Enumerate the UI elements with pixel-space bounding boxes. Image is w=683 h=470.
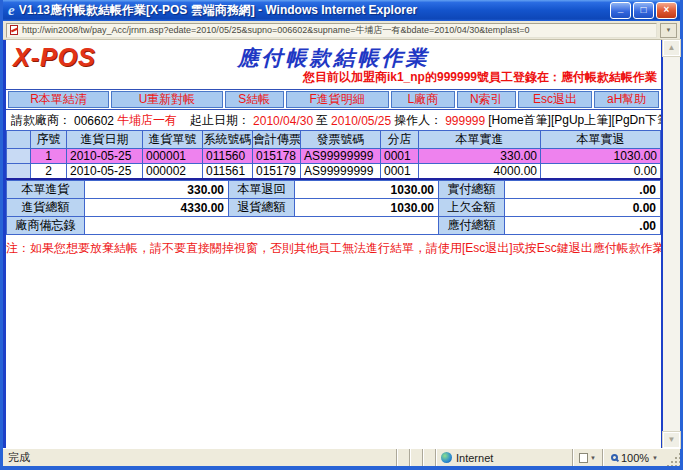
nav-keys-hint: [Home首筆][PgUp上筆][PgDn下筆] [End尾筆] (488, 112, 663, 129)
payable-total-label: 應付總額 (439, 217, 505, 235)
browser-window: e V1.13應付帳款結帳作業[X-POS 雲端商務網] - Windows I… (0, 0, 683, 470)
col-return: 本單實退 (541, 131, 661, 149)
bill-return-value: 1030.00 (295, 181, 439, 199)
warning-note: 注：如果您想要放棄結帳，請不要直接關掉視窗，否則其他員工無法進行結單，請使用[E… (6, 240, 661, 257)
invoice-table: 序號 進貨日期 進貨單號 系統號碼 會計傳票 發票號碼 分店 本單實進 本單實退… (6, 130, 661, 180)
cell-invoice: AS99999999 (301, 149, 381, 164)
status-pane (422, 449, 435, 466)
status-pane (409, 449, 422, 466)
supplier-memo-label: 廠商備忘錄 (7, 217, 85, 235)
cell-date: 2010-05-25 (67, 164, 143, 180)
resize-grip[interactable] (666, 452, 680, 466)
settle-current-button[interactable]: R本單結清 (8, 91, 109, 108)
paid-total-value: .00 (505, 181, 661, 199)
col-order-no: 進貨單號 (143, 131, 203, 149)
title-bar: e V1.13應付帳款結帳作業[X-POS 雲端商務網] - Windows I… (3, 0, 680, 21)
col-date: 進貨日期 (67, 131, 143, 149)
page-content: X-POS 應付帳款結帳作業 您目前以加盟商ik1_np的999999號員工登錄… (3, 40, 663, 448)
address-bar: http://win2008/tw/pay_Acc/jrnm.asp?edate… (3, 21, 680, 40)
purchase-total-label: 進貨總額 (7, 199, 85, 217)
supplier-name: 牛埔店一有 (117, 112, 177, 129)
cell-voucher: 015179 (253, 164, 301, 180)
cell-branch: 0001 (381, 164, 419, 180)
cell-date: 2010-05-25 (67, 149, 143, 164)
zoom-control[interactable]: 100% ▼ (602, 449, 666, 466)
cell-sys-no: 011560 (203, 149, 253, 164)
row-selector-cell[interactable] (7, 164, 31, 180)
esc-exit-button[interactable]: Esc退出 (518, 91, 593, 108)
date-joiner: 至 (316, 112, 328, 129)
help-button[interactable]: aH幫助 (594, 91, 659, 108)
settle-button[interactable]: S結帳 (225, 91, 284, 108)
cell-order-no: 000002 (143, 164, 203, 180)
operator-label: 操作人： (394, 112, 442, 129)
page-title: 應付帳款結帳作業 (6, 42, 661, 72)
xpos-logo: X-POS (13, 43, 96, 72)
return-total-label: 退貨總額 (229, 199, 295, 217)
purchase-total-value: 4330.00 (85, 199, 229, 217)
address-field[interactable]: http://win2008/tw/pay_Acc/jrnm.asp?edate… (6, 23, 657, 38)
date-range-label: 起止日期： (190, 112, 250, 129)
zone-label: Internet (456, 452, 493, 464)
cell-branch: 0001 (381, 149, 419, 164)
cell-purchase: 330.00 (419, 149, 541, 164)
internet-zone-icon (441, 452, 452, 463)
close-button[interactable]: × (656, 2, 677, 19)
supplier-memo-value (85, 217, 439, 235)
col-seq: 序號 (31, 131, 67, 149)
bill-purchase-label: 本單進貨 (7, 181, 85, 199)
row-selector-cell[interactable] (7, 149, 31, 164)
scroll-down-icon[interactable]: ▼ (663, 432, 680, 448)
cell-voucher: 015178 (253, 149, 301, 164)
col-purchase: 本單實進 (419, 131, 541, 149)
security-zone: Internet (435, 449, 572, 466)
supplier-number: 006602 (74, 114, 114, 128)
table-row[interactable]: 2 2010-05-25 000002 011561 015179 AS9999… (7, 164, 661, 180)
paid-total-label: 實付總額 (439, 181, 505, 199)
index-button[interactable]: N索引 (457, 91, 516, 108)
purchase-detail-button[interactable]: F進貨明細 (286, 91, 389, 108)
prev-balance-label: 上欠金額 (439, 199, 505, 217)
address-url: http://win2008/tw/pay_Acc/jrnm.asp?edate… (22, 24, 530, 37)
status-bar: 完成 Internet ▼ 100% ▼ (3, 448, 680, 466)
magnifier-icon (611, 454, 618, 461)
return-total-value: 1030.00 (295, 199, 439, 217)
login-notice: 您目前以加盟商ik1_np的999999號員工登錄在：應付帳款結帳作業 (6, 70, 661, 85)
supplier-button[interactable]: L廠商 (391, 91, 456, 108)
cell-return: 1030.00 (541, 149, 661, 164)
date-to: 2010/05/25 (331, 114, 391, 128)
ie-logo-icon: e (8, 2, 15, 19)
col-sys-no: 系統號碼 (203, 131, 253, 149)
cell-purchase: 4000.00 (419, 164, 541, 180)
cell-order-no: 000001 (143, 149, 203, 164)
bill-purchase-value: 330.00 (85, 181, 229, 199)
bill-return-label: 本單退回 (229, 181, 295, 199)
cell-seq: 1 (31, 149, 67, 164)
recheck-button[interactable]: U重新對帳 (111, 91, 223, 108)
summary-row: 進貨總額 4330.00 退貨總額 1030.00 上欠金額 0.00 (7, 199, 661, 217)
cell-return: 0.00 (541, 164, 661, 180)
prev-balance-value: 0.00 (505, 199, 661, 217)
vertical-scrollbar[interactable]: ▲ ▼ (663, 40, 680, 448)
cell-sys-no: 011561 (203, 164, 253, 180)
table-row[interactable]: 1 2010-05-25 000001 011560 015178 AS9999… (7, 149, 661, 164)
minimize-button[interactable]: _ (610, 2, 631, 19)
status-pane (396, 449, 409, 466)
address-dropdown-button[interactable]: ▼ (660, 23, 677, 38)
page-document-icon (10, 25, 18, 35)
operator-number: 999999 (445, 114, 485, 128)
col-voucher: 會計傳票 (253, 131, 301, 149)
chevron-down-icon: ▼ (590, 455, 596, 461)
status-misc-button[interactable]: ▼ (572, 449, 602, 466)
cell-invoice: AS99999999 (301, 164, 381, 180)
info-bar: 請款廠商： 006602 牛埔店一有 起止日期： 2010/04/30至2010… (6, 110, 661, 130)
maximize-button[interactable]: □ (633, 2, 654, 19)
scroll-up-icon[interactable]: ▲ (663, 40, 680, 56)
cell-seq: 2 (31, 164, 67, 180)
window-title: V1.13應付帳款結帳作業[X-POS 雲端商務網] - Windows Int… (19, 2, 610, 19)
col-branch: 分店 (381, 131, 419, 149)
summary-table: 本單進貨 330.00 本單退回 1030.00 實付總額 .00 進貨總額 4… (6, 180, 661, 235)
zoom-level: 100% (621, 452, 649, 464)
summary-row: 廠商備忘錄 應付總額 .00 (7, 217, 661, 235)
page-mode-icon (579, 453, 588, 463)
